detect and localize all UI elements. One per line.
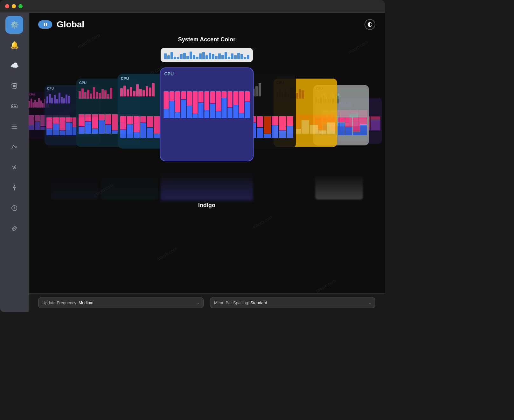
- header-left: Global: [38, 19, 84, 30]
- sidebar-item-fan[interactable]: [5, 158, 23, 176]
- main-content: macrb.com macrb.com macrb.com macrb.com …: [29, 13, 385, 312]
- update-frequency-value: Medium: [79, 300, 93, 305]
- sidebar-item-settings[interactable]: ⚙️: [5, 16, 23, 34]
- theme-carousel: CPU: [29, 66, 385, 200]
- top-bar-preview: [161, 48, 253, 62]
- watermark-9: macrb.com: [156, 246, 178, 262]
- sidebar-item-cloud[interactable]: ☁️: [5, 57, 23, 74]
- chevron-down-icon-2: ⌄: [369, 301, 371, 304]
- pause-button[interactable]: [38, 20, 52, 29]
- sidebar-item-memory[interactable]: [5, 97, 23, 115]
- selected-theme-label: Indigo: [198, 202, 215, 209]
- svg-rect-15: [12, 106, 13, 107]
- sidebar-item-battery[interactable]: [5, 179, 23, 197]
- svg-rect-17: [15, 106, 16, 107]
- sidebar-item-speed[interactable]: [5, 199, 23, 217]
- svg-point-24: [14, 167, 15, 168]
- svg-rect-1: [13, 85, 15, 87]
- update-frequency-select[interactable]: Update Frequency: Medium ⌄: [38, 298, 204, 308]
- minimize-button[interactable]: [12, 4, 16, 8]
- sidebar-item-disk[interactable]: [5, 118, 23, 136]
- watermark-8: macrb.com: [252, 214, 273, 230]
- app-body: ⚙️ 🔔 ☁️ macrb.com macrb.com: [0, 13, 385, 312]
- chevron-down-icon: ⌄: [197, 301, 199, 304]
- close-button[interactable]: [5, 4, 9, 8]
- menu-bar-spacing-select[interactable]: Menu Bar Spacing: Standard ⌄: [210, 298, 375, 308]
- maximize-button[interactable]: [18, 4, 23, 8]
- sidebar: ⚙️ 🔔 ☁️: [0, 13, 29, 312]
- top-bars-inner: [162, 51, 252, 59]
- svg-point-27: [14, 208, 15, 209]
- carousel-section: System Accent Color: [29, 36, 385, 209]
- sidebar-item-cpu[interactable]: [5, 77, 23, 95]
- sidebar-item-link[interactable]: [5, 220, 23, 237]
- svg-rect-16: [14, 106, 15, 107]
- sidebar-item-network[interactable]: [5, 138, 23, 156]
- sidebar-item-notifications[interactable]: 🔔: [5, 36, 23, 54]
- menu-bar-spacing-label: Menu Bar Spacing:: [214, 300, 249, 305]
- menu-bar-spacing-value: Standard: [250, 300, 267, 305]
- app-title: Global: [57, 19, 84, 30]
- title-bar: [0, 0, 385, 13]
- bottom-bar: Update Frequency: Medium ⌄ Menu Bar Spac…: [29, 293, 385, 312]
- center-card-label: CPU: [161, 68, 253, 78]
- card-reflection: [161, 176, 253, 201]
- section-title: System Accent Color: [178, 36, 235, 43]
- theme-card-center[interactable]: CPU: [160, 67, 254, 161]
- watermark-10: macrb.com: [315, 278, 337, 293]
- header: Global: [29, 13, 385, 33]
- update-frequency-label: Update Frequency:: [42, 300, 78, 305]
- theme-toggle-button[interactable]: [365, 19, 375, 30]
- pause-icon: [44, 23, 47, 26]
